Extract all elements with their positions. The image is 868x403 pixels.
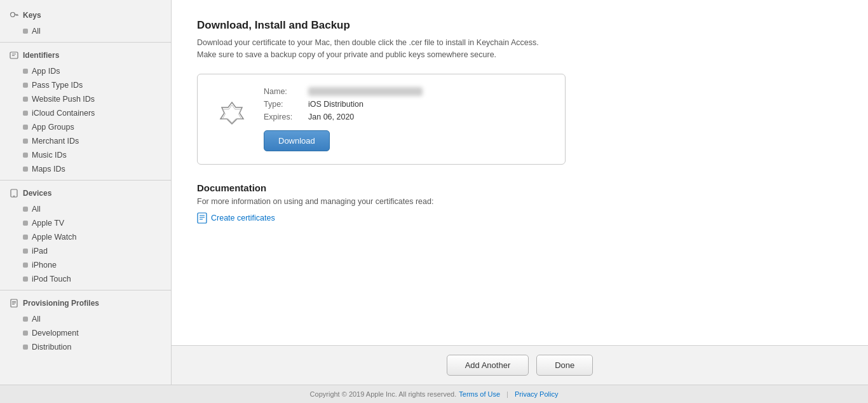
certificate-details: Name: Type: iOS Distribution Expires: Ja… — [264, 87, 550, 151]
sidebar-item-iphone[interactable]: iPhone — [0, 258, 171, 272]
sidebar-item-keys-all[interactable]: All — [0, 24, 171, 38]
doc-link-icon — [197, 212, 207, 224]
documentation-title: Documentation — [197, 182, 843, 193]
cert-type-label: Type: — [264, 100, 308, 109]
main-content: Keys All Identifiers — [0, 0, 868, 385]
sidebar-item-website-push-ids[interactable]: Website Push IDs — [0, 92, 171, 106]
sidebar-item-icloud-containers[interactable]: iCloud Containers — [0, 106, 171, 120]
dot-icon — [23, 249, 28, 254]
cert-type-row: Type: iOS Distribution — [264, 100, 550, 109]
keys-all-label: All — [32, 27, 41, 36]
divider-1 — [0, 42, 171, 43]
sidebar-section-devices: Devices — [0, 184, 171, 202]
maps-ids-label: Maps IDs — [32, 165, 65, 174]
identifiers-section-label: Identifiers — [23, 51, 59, 60]
sidebar-section-keys: Keys — [0, 6, 171, 24]
download-title: Download, Install and Backup — [197, 19, 843, 32]
terms-of-use-link[interactable]: Terms of Use — [459, 390, 500, 398]
devices-all-label: All — [32, 205, 41, 214]
certificate-icon — [213, 100, 251, 138]
sidebar-section-provisioning: Provisioning Profiles — [0, 294, 171, 312]
sidebar-item-music-ids[interactable]: Music IDs — [0, 148, 171, 162]
dot-icon — [23, 111, 28, 116]
sidebar-item-profiles-all[interactable]: All — [0, 312, 171, 326]
pipe-separator: | — [506, 390, 508, 398]
dot-icon — [23, 263, 28, 268]
content-scroll: Download, Install and Backup Download yo… — [172, 0, 868, 345]
dot-icon — [23, 277, 28, 282]
cert-name-row: Name: — [264, 87, 550, 96]
development-label: Development — [32, 329, 79, 338]
sidebar-item-app-ids[interactable]: App IDs — [0, 64, 171, 78]
website-push-ids-label: Website Push IDs — [32, 95, 95, 104]
sidebar-item-ipod-touch[interactable]: iPod Touch — [0, 272, 171, 286]
divider-3 — [0, 290, 171, 290]
copyright-bar: Copyright © 2019 Apple Inc. All rights r… — [0, 385, 868, 403]
apple-tv-label: Apple TV — [32, 219, 64, 228]
dot-icon — [23, 83, 28, 88]
dot-icon — [23, 207, 28, 212]
create-certificates-label: Create certificates — [211, 214, 275, 222]
key-icon — [9, 10, 19, 20]
sidebar-item-maps-ids[interactable]: Maps IDs — [0, 162, 171, 176]
footer-bar: Add Another Done — [172, 345, 868, 385]
sidebar-item-ipad[interactable]: iPad — [0, 244, 171, 258]
sidebar-item-merchant-ids[interactable]: Merchant IDs — [0, 134, 171, 148]
sidebar-item-apple-watch[interactable]: Apple Watch — [0, 230, 171, 244]
dot-icon — [23, 331, 28, 336]
page-wrapper: Keys All Identifiers — [0, 0, 868, 403]
cert-expires-value: Jan 06, 2020 — [308, 113, 354, 121]
ipad-label: iPad — [32, 247, 48, 256]
pass-type-ids-label: Pass Type IDs — [32, 81, 83, 90]
app-groups-label: App Groups — [32, 123, 74, 132]
divider-2 — [0, 180, 171, 181]
certificate-card: Name: Type: iOS Distribution Expires: Ja… — [197, 74, 566, 165]
keys-section-label: Keys — [23, 11, 41, 20]
profiles-all-label: All — [32, 315, 41, 324]
add-another-button[interactable]: Add Another — [447, 355, 529, 376]
sidebar-item-app-groups[interactable]: App Groups — [0, 120, 171, 134]
dot-icon — [23, 97, 28, 102]
music-ids-label: Music IDs — [32, 151, 67, 160]
svg-marker-13 — [220, 102, 243, 124]
dot-icon — [23, 235, 28, 240]
sidebar-item-development[interactable]: Development — [0, 326, 171, 340]
dot-icon — [23, 69, 28, 74]
iphone-label: iPhone — [32, 261, 57, 270]
id-icon — [9, 50, 19, 60]
sidebar-item-devices-all[interactable]: All — [0, 202, 171, 216]
documentation-desc: For more information on using and managi… — [197, 197, 843, 206]
sidebar-item-apple-tv[interactable]: Apple TV — [0, 216, 171, 230]
apple-watch-label: Apple Watch — [32, 233, 76, 242]
download-desc-line2: Make sure to save a backup copy of your … — [197, 50, 496, 59]
sidebar-item-pass-type-ids[interactable]: Pass Type IDs — [0, 78, 171, 92]
svg-rect-15 — [198, 213, 207, 223]
svg-point-0 — [11, 13, 15, 17]
dot-icon — [23, 125, 28, 130]
merchant-ids-label: Merchant IDs — [32, 137, 79, 146]
done-button[interactable]: Done — [536, 355, 593, 376]
content-area: Download, Install and Backup Download yo… — [172, 0, 868, 385]
privacy-policy-link[interactable]: Privacy Policy — [515, 390, 558, 398]
sidebar-section-identifiers: Identifiers — [0, 46, 171, 64]
distribution-label: Distribution — [32, 343, 72, 352]
dot-icon — [23, 221, 28, 226]
ipod-touch-label: iPod Touch — [32, 275, 71, 283]
cert-expires-label: Expires: — [264, 113, 308, 121]
device-icon — [9, 188, 19, 198]
dot-icon — [23, 139, 28, 144]
dot-icon — [23, 345, 28, 350]
provisioning-section-label: Provisioning Profiles — [23, 299, 99, 308]
sidebar-item-distribution[interactable]: Distribution — [0, 340, 171, 354]
create-certificates-link[interactable]: Create certificates — [197, 212, 843, 224]
sidebar: Keys All Identifiers — [0, 0, 172, 385]
devices-section-label: Devices — [23, 189, 51, 198]
cert-type-value: iOS Distribution — [308, 100, 363, 109]
download-button[interactable]: Download — [264, 130, 330, 151]
download-desc-line1: Download your certificate to your Mac, t… — [197, 38, 539, 47]
dot-icon — [23, 317, 28, 322]
download-desc: Download your certificate to your Mac, t… — [197, 37, 843, 61]
dot-icon — [23, 153, 28, 158]
dot-icon — [23, 167, 28, 172]
dot-icon — [23, 29, 28, 34]
